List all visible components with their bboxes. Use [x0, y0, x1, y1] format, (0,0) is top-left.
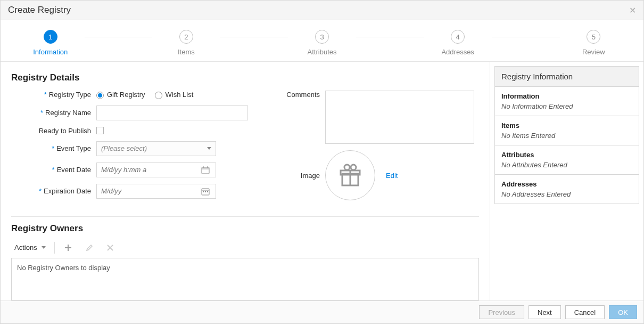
step-connector: [85, 37, 153, 37]
svg-rect-8: [207, 191, 208, 192]
owners-list: No Registry Owners to display: [11, 258, 479, 300]
comments-textarea[interactable]: [325, 91, 474, 144]
details-right: Comments Image: [283, 91, 479, 207]
modal-body: Registry Details *Registry Type Gift Reg…: [1, 62, 643, 300]
label-registry-type: *Registry Type: [11, 91, 96, 99]
svg-rect-0: [202, 167, 209, 174]
step-label: Addresses: [424, 48, 492, 56]
expiration-date-input-wrap: [96, 184, 216, 199]
radio-icon: [96, 92, 104, 99]
side-section-title: Attributes: [501, 151, 632, 159]
svg-rect-6: [203, 191, 204, 192]
create-registry-modal: Create Registry ✕ 1 Information 2 Items …: [0, 0, 644, 324]
step-review[interactable]: 5 Review: [560, 30, 628, 56]
side-section-title: Addresses: [501, 180, 632, 188]
side-section-value: No Information Entered: [501, 102, 632, 110]
side-section-title: Items: [501, 121, 632, 129]
event-date-input-wrap: [96, 162, 216, 177]
select-placeholder: (Please select): [101, 144, 147, 152]
row-event-type: *Event Type (Please select): [11, 141, 267, 156]
side-section-value: No Attributes Entered: [501, 161, 632, 169]
wizard-stepper: 1 Information 2 Items 3 Attributes 4 Add…: [1, 20, 643, 62]
modal-footer: Previous Next Cancel OK: [1, 300, 643, 323]
previous-button[interactable]: Previous: [479, 305, 524, 319]
actions-menu[interactable]: Actions: [11, 241, 49, 254]
chevron-down-icon: [207, 147, 211, 150]
side-section-title: Information: [501, 92, 632, 100]
row-image: Image Edit: [283, 150, 479, 200]
label-comments: Comments: [283, 91, 325, 99]
step-attributes[interactable]: 3 Attributes: [288, 30, 356, 56]
side-section-attributes: Attributes No Attributes Entered: [495, 145, 639, 175]
event-type-select[interactable]: (Please select): [96, 141, 216, 156]
svg-rect-7: [205, 191, 206, 192]
radio-wish-list[interactable]: Wish List: [155, 91, 194, 99]
radio-gift-registry[interactable]: Gift Registry: [96, 91, 145, 99]
step-circle: 4: [451, 30, 465, 44]
row-event-date: *Event Date: [11, 162, 267, 177]
cancel-button[interactable]: Cancel: [565, 305, 605, 319]
edit-image-link[interactable]: Edit: [386, 172, 398, 180]
side-panel-container: Registry Information Information No Info…: [490, 62, 643, 300]
edit-owner-button[interactable]: [81, 242, 97, 254]
step-connector: [492, 37, 560, 37]
row-ready-to-publish: Ready to Publish: [11, 127, 267, 135]
step-label: Review: [560, 48, 628, 56]
details-left: *Registry Type Gift Registry Wish List *…: [11, 91, 267, 207]
step-items[interactable]: 2 Items: [152, 30, 220, 56]
step-information[interactable]: 1 Information: [16, 30, 85, 56]
pencil-icon: [86, 244, 93, 251]
toolbar-separator: [54, 242, 55, 254]
close-icon[interactable]: ✕: [629, 5, 636, 15]
label-expiration-date: *Expiration Date: [11, 187, 96, 195]
ready-to-publish-checkbox[interactable]: [96, 127, 104, 134]
registry-details-title: Registry Details: [11, 72, 479, 83]
label-image: Image: [283, 172, 325, 180]
registry-type-group: Gift Registry Wish List: [96, 91, 193, 99]
label-event-type: *Event Type: [11, 144, 96, 152]
expiration-date-input[interactable]: [97, 184, 201, 198]
delete-owner-button[interactable]: [103, 242, 118, 253]
step-label: Items: [152, 48, 220, 56]
row-expiration-date: *Expiration Date: [11, 184, 267, 199]
side-section-addresses: Addresses No Addresses Entered: [495, 175, 639, 204]
step-circle: 5: [587, 30, 600, 44]
step-connector: [220, 37, 288, 37]
step-addresses[interactable]: 4 Addresses: [424, 30, 492, 56]
actions-label: Actions: [14, 243, 37, 251]
side-section-information: Information No Information Entered: [495, 87, 639, 116]
label-ready-to-publish: Ready to Publish: [11, 127, 96, 135]
row-comments: Comments: [283, 91, 479, 144]
svg-point-12: [344, 165, 350, 170]
step-circle: 1: [44, 30, 57, 44]
image-placeholder: [325, 150, 375, 200]
modal-header: Create Registry ✕: [1, 1, 643, 20]
step-connector: [356, 37, 424, 37]
row-registry-name: *Registry Name: [11, 105, 267, 120]
owners-toolbar: Actions: [11, 241, 479, 254]
step-circle: 2: [179, 30, 193, 44]
radio-icon: [155, 92, 162, 99]
next-button[interactable]: Next: [529, 305, 561, 319]
side-section-value: No Addresses Entered: [501, 190, 632, 198]
main-panel[interactable]: Registry Details *Registry Type Gift Reg…: [1, 62, 490, 300]
chevron-down-icon: [42, 246, 46, 249]
section-divider: [11, 216, 479, 217]
side-section-value: No Items Entered: [501, 132, 632, 140]
calendar-icon[interactable]: [201, 187, 216, 196]
image-control: Edit: [325, 150, 398, 200]
calendar-icon[interactable]: [201, 166, 216, 174]
plus-icon: [64, 244, 72, 251]
add-owner-button[interactable]: [60, 242, 76, 254]
close-icon: [107, 245, 113, 251]
registry-owners-title: Registry Owners: [11, 223, 479, 234]
event-date-input[interactable]: [97, 163, 201, 177]
row-registry-type: *Registry Type Gift Registry Wish List: [11, 91, 267, 99]
step-label: Information: [16, 48, 85, 56]
step-circle: 3: [315, 30, 329, 44]
registry-name-input[interactable]: [96, 105, 248, 120]
gift-icon: [337, 162, 364, 189]
label-event-date: *Event Date: [11, 166, 96, 174]
owners-empty-text: No Registry Owners to display: [17, 264, 110, 272]
ok-button[interactable]: OK: [609, 305, 637, 319]
